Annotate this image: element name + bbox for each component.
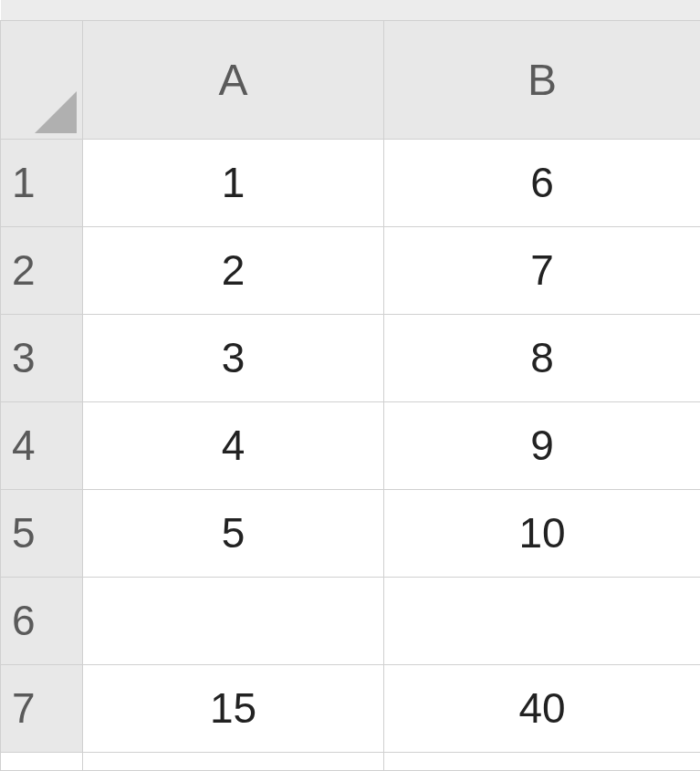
ribbon-strip bbox=[384, 0, 701, 20]
cell-A3[interactable]: 3 bbox=[83, 314, 384, 401]
cell-A4[interactable]: 4 bbox=[83, 401, 384, 489]
cell-B1[interactable]: 6 bbox=[384, 139, 701, 226]
column-header-a[interactable]: A bbox=[83, 20, 384, 139]
cell-A7[interactable]: 15 bbox=[83, 664, 384, 752]
cell-A1[interactable]: 1 bbox=[83, 139, 384, 226]
cell-B7[interactable]: 40 bbox=[384, 664, 701, 752]
row-header-7[interactable]: 7 bbox=[1, 664, 83, 752]
row-header-1[interactable]: 1 bbox=[1, 139, 83, 226]
ribbon-strip bbox=[83, 0, 384, 20]
svg-marker-0 bbox=[35, 91, 77, 133]
cell-A5[interactable]: 5 bbox=[83, 489, 384, 577]
row-header[interactable] bbox=[1, 752, 83, 770]
cell-B6[interactable] bbox=[384, 577, 701, 664]
select-all-corner[interactable] bbox=[1, 20, 83, 139]
cell[interactable] bbox=[83, 752, 384, 770]
row-header-3[interactable]: 3 bbox=[1, 314, 83, 401]
cell-A2[interactable]: 2 bbox=[83, 226, 384, 314]
cell-B4[interactable]: 9 bbox=[384, 401, 701, 489]
spreadsheet-grid[interactable]: A B 1162273384495510671540 bbox=[0, 0, 700, 771]
row-header-2[interactable]: 2 bbox=[1, 226, 83, 314]
cell-B5[interactable]: 10 bbox=[384, 489, 701, 577]
cell-B3[interactable]: 8 bbox=[384, 314, 701, 401]
ribbon-strip bbox=[1, 0, 83, 20]
row-header-5[interactable]: 5 bbox=[1, 489, 83, 577]
cell-A6[interactable] bbox=[83, 577, 384, 664]
cell[interactable] bbox=[384, 752, 701, 770]
column-header-b[interactable]: B bbox=[384, 20, 701, 139]
row-header-6[interactable]: 6 bbox=[1, 577, 83, 664]
cell-B2[interactable]: 7 bbox=[384, 226, 701, 314]
select-all-triangle-icon bbox=[35, 91, 77, 133]
row-header-4[interactable]: 4 bbox=[1, 401, 83, 489]
